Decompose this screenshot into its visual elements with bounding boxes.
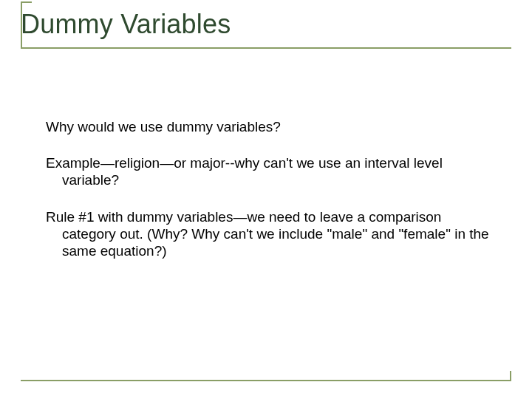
title-corner-top — [21, 1, 32, 3]
slide: Dummy Variables Why would we use dummy v… — [0, 0, 532, 399]
title-underline — [21, 47, 511, 49]
slide-title: Dummy Variables — [21, 4, 511, 47]
bottom-accent-rule — [21, 380, 511, 381]
body-paragraph: Rule #1 with dummy variables—we need to … — [46, 208, 489, 260]
title-block: Dummy Variables — [21, 4, 511, 49]
body-paragraph: Example—religion—or major--why can't we … — [46, 154, 489, 188]
slide-body: Why would we use dummy variables? Exampl… — [46, 118, 489, 279]
body-paragraph: Why would we use dummy variables? — [46, 118, 489, 135]
